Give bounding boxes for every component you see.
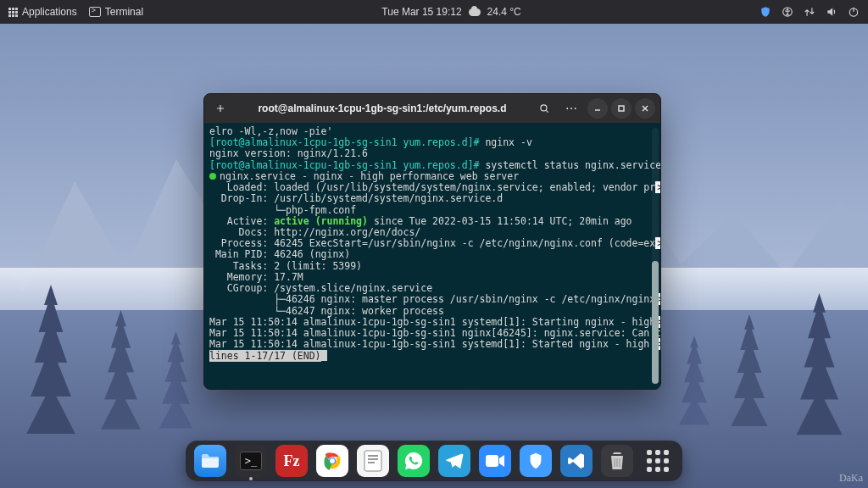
shield-icon[interactable] (760, 6, 771, 18)
terminal-line: ├─46246 nginx: master process /usr/sbin/… (209, 294, 655, 305)
dock-app[interactable] (520, 445, 552, 477)
terminal-line: Drop-In: /usr/lib/systemd/system/nginx.s… (209, 193, 655, 204)
search-button[interactable] (533, 98, 555, 119)
dock-terminal[interactable]: >_ (235, 445, 267, 477)
dock-vscode[interactable] (560, 445, 593, 477)
scrollbar-thumb[interactable] (652, 261, 659, 384)
network-icon[interactable] (804, 6, 815, 18)
window-title: root@almalinux-1cpu-1gb-sg-sin1:/etc/yum… (236, 103, 528, 114)
terminal-icon (89, 7, 101, 17)
titlebar[interactable]: root@almalinux-1cpu-1gb-sg-sin1:/etc/yum… (204, 94, 660, 123)
maximize-button[interactable] (611, 98, 632, 119)
dock-telegram[interactable] (438, 445, 470, 477)
status-dot-icon (209, 173, 216, 180)
terminal-body[interactable]: elro -Wl,-z,now -pie' [root@almalinux-1c… (204, 123, 660, 389)
dock-trash[interactable] (601, 445, 633, 477)
close-button[interactable] (635, 98, 655, 119)
terminal-window: root@almalinux-1cpu-1gb-sg-sin1:/etc/yum… (203, 93, 661, 390)
top-panel: Applications Terminal Tue Mar 15 19:12 2… (0, 0, 868, 24)
panel-right (760, 6, 860, 18)
panel-center[interactable]: Tue Mar 15 19:12 24.4 °C (381, 6, 520, 18)
dock-show-applications[interactable] (642, 445, 674, 477)
terminal-line: Mar 15 11:50:14 almalinux-1cpu-1gb-sg-si… (209, 339, 655, 350)
svg-point-3 (541, 105, 547, 111)
svg-point-1 (787, 8, 788, 10)
dock-text-editor[interactable] (357, 445, 389, 477)
wallpaper-signature: DaKa (839, 472, 863, 485)
dock-filezilla[interactable]: Fz (275, 445, 308, 477)
datetime-label: Tue Mar 15 19:12 (381, 6, 461, 18)
svg-rect-9 (364, 451, 381, 471)
temperature-label: 24.4 °C (487, 6, 521, 18)
minimize-button[interactable] (587, 98, 608, 119)
weather-icon (469, 8, 481, 16)
dock-zoom[interactable] (479, 445, 511, 477)
applications-menu[interactable]: Applications (8, 6, 77, 18)
dock: >_ Fz (186, 441, 682, 481)
volume-icon[interactable] (826, 6, 837, 18)
applications-label: Applications (22, 6, 77, 18)
active-app-button[interactable]: Terminal (89, 6, 143, 18)
dock-files[interactable] (194, 445, 226, 477)
applications-icon (8, 8, 18, 17)
svg-rect-4 (619, 106, 624, 111)
dock-chrome[interactable] (316, 445, 348, 477)
svg-point-8 (330, 458, 335, 463)
dock-whatsapp[interactable] (398, 445, 430, 477)
accessibility-icon[interactable] (782, 6, 793, 18)
terminal-icon: >_ (240, 452, 262, 470)
scrollbar[interactable] (652, 128, 659, 384)
power-icon[interactable] (848, 6, 860, 18)
menu-button[interactable]: ⋯ (560, 98, 582, 119)
cursor-icon (321, 350, 327, 361)
pager-status: lines 1-17/17 (END) (209, 350, 655, 362)
active-app-label: Terminal (105, 6, 143, 18)
svg-rect-10 (486, 455, 498, 467)
new-tab-button[interactable] (209, 98, 231, 119)
